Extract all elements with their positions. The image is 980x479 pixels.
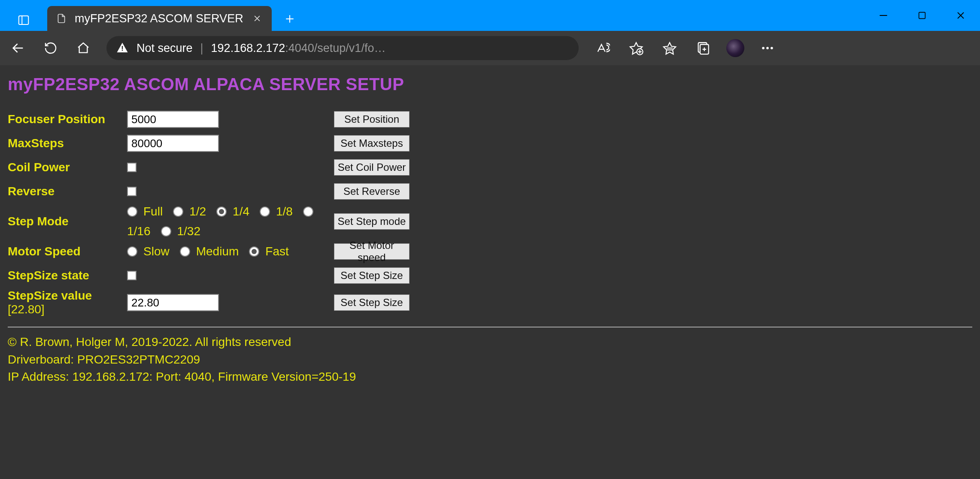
- set-stepsize-value-button[interactable]: Set Step Size: [334, 294, 410, 311]
- svg-point-26: [766, 47, 769, 49]
- set-reverse-button[interactable]: Set Reverse: [334, 183, 410, 200]
- page-title: myFP2ESP32 ASCOM ALPACA SERVER SETUP: [8, 75, 972, 94]
- svg-rect-11: [122, 46, 123, 49]
- step-mode-radio-18[interactable]: [260, 206, 270, 217]
- more-icon[interactable]: [757, 38, 778, 58]
- set-step-mode-button[interactable]: Set Step mode: [334, 213, 410, 230]
- svg-rect-0: [19, 16, 29, 24]
- step-mode-label-116: 1/16: [127, 224, 151, 238]
- row-step-mode: Step Mode Full1/21/41/81/161/32 Set Step…: [8, 205, 972, 238]
- label-motor-speed: Motor Speed: [8, 245, 127, 258]
- not-secure-label: Not secure: [137, 42, 193, 55]
- svg-point-27: [771, 47, 773, 49]
- step-mode-radio-14[interactable]: [216, 206, 227, 217]
- step-mode-label-14: 1/4: [233, 205, 249, 218]
- motor-speed-label-medium: Medium: [196, 245, 239, 258]
- read-aloud-icon[interactable]: [592, 38, 613, 58]
- step-mode-radio-132[interactable]: [161, 226, 171, 236]
- label-focuser-position: Focuser Position: [8, 112, 127, 126]
- address-bar[interactable]: Not secure | 192.168.2.172:4040/setup/v1…: [106, 36, 579, 60]
- titlebar: myFP2ESP32 ASCOM SERVER: [0, 0, 980, 31]
- browser-window: myFP2ESP32 ASCOM SERVER: [0, 0, 980, 479]
- separator: |: [200, 42, 203, 55]
- motor-speed-label-fast: Fast: [265, 245, 288, 258]
- set-stepsize-state-button[interactable]: Set Step Size: [334, 267, 410, 284]
- label-step-mode: Step Mode: [8, 215, 127, 228]
- label-coil-power: Coil Power: [8, 161, 127, 174]
- step-mode-radio-full[interactable]: [127, 206, 137, 217]
- label-stepsize-value: StepSize value [22.80]: [8, 289, 127, 316]
- favorite-icon[interactable]: [626, 38, 646, 58]
- step-mode-radio-12[interactable]: [173, 206, 183, 217]
- motor-speed-radio-slow[interactable]: [127, 246, 137, 257]
- step-mode-label-18: 1/8: [276, 205, 293, 218]
- url-rest: :4040/setup/v1/fo…: [285, 42, 385, 55]
- set-coil-power-button[interactable]: Set Coil Power: [334, 159, 410, 176]
- step-mode-label-12: 1/2: [189, 205, 206, 218]
- url-text: 192.168.2.172:4040/setup/v1/fo…: [211, 42, 386, 55]
- motor-speed-radio-medium[interactable]: [180, 246, 190, 257]
- label-reverse: Reverse: [8, 185, 127, 198]
- minimize-button[interactable]: [864, 0, 903, 31]
- step-mode-label-full: Full: [143, 205, 163, 218]
- profile-avatar[interactable]: [726, 39, 744, 57]
- browser-toolbar: Not secure | 192.168.2.172:4040/setup/v1…: [0, 31, 980, 65]
- maximize-button[interactable]: [903, 0, 941, 31]
- step-mode-label-132: 1/32: [177, 224, 201, 238]
- row-stepsize-state: StepSize state Set Step Size: [8, 265, 972, 286]
- favorites-list-icon[interactable]: [659, 38, 680, 58]
- label-stepsize-value-sub: [22.80]: [8, 303, 45, 316]
- home-button[interactable]: [74, 39, 93, 58]
- close-tab-icon[interactable]: [251, 12, 263, 24]
- checkbox-coil-power[interactable]: [127, 163, 137, 172]
- browser-tab[interactable]: myFP2ESP32 ASCOM SERVER: [47, 6, 272, 31]
- set-position-button[interactable]: Set Position: [334, 111, 410, 127]
- tab-actions-icon[interactable]: [9, 9, 39, 31]
- tab-title: myFP2ESP32 ASCOM SERVER: [75, 12, 243, 25]
- input-maxsteps[interactable]: [127, 135, 219, 152]
- step-mode-radio-116[interactable]: [303, 206, 313, 217]
- row-coil-power: Coil Power Set Coil Power: [8, 157, 972, 178]
- divider: [8, 327, 972, 327]
- page-icon: [56, 13, 67, 24]
- refresh-button[interactable]: [41, 39, 60, 58]
- footer-driverboard: Driverboard: PRO2ES32PTMC2209: [8, 351, 972, 369]
- input-focuser-position[interactable]: [127, 111, 219, 128]
- page-content: myFP2ESP32 ASCOM ALPACA SERVER SETUP Foc…: [0, 65, 980, 479]
- label-stepsize-state: StepSize state: [8, 269, 127, 282]
- close-window-button[interactable]: [941, 0, 980, 31]
- row-stepsize-value: StepSize value [22.80] Set Step Size: [8, 289, 972, 316]
- row-maxsteps: MaxSteps Set Maxsteps: [8, 133, 972, 154]
- label-stepsize-value-text: StepSize value: [8, 289, 92, 302]
- row-focuser-position: Focuser Position Set Position: [8, 109, 972, 130]
- warning-icon: [116, 42, 129, 55]
- set-motor-speed-button[interactable]: Set Motor speed: [334, 243, 410, 260]
- row-motor-speed: Motor Speed SlowMediumFast Set Motor spe…: [8, 241, 972, 262]
- svg-rect-12: [122, 50, 123, 51]
- input-stepsize-value[interactable]: [127, 294, 219, 311]
- set-maxsteps-button[interactable]: Set Maxsteps: [334, 135, 410, 152]
- motor-speed-label-slow: Slow: [143, 245, 170, 258]
- row-reverse: Reverse Set Reverse: [8, 181, 972, 202]
- svg-point-25: [762, 47, 765, 49]
- footer-ipinfo: IP Address: 192.168.2.172: Port: 4040, F…: [8, 368, 972, 386]
- svg-rect-7: [919, 12, 925, 19]
- motor-speed-radio-fast[interactable]: [249, 246, 259, 257]
- new-tab-button[interactable]: [278, 7, 302, 31]
- url-host: 192.168.2.172: [211, 42, 285, 55]
- footer-copyright: © R. Brown, Holger M, 2019-2022. All rig…: [8, 333, 972, 351]
- tab-strip: myFP2ESP32 ASCOM SERVER: [0, 0, 302, 31]
- checkbox-stepsize-state[interactable]: [127, 271, 137, 280]
- label-maxsteps: MaxSteps: [8, 136, 127, 150]
- collections-icon[interactable]: [693, 38, 713, 58]
- toolbar-right: [592, 38, 778, 58]
- checkbox-reverse[interactable]: [127, 187, 137, 196]
- back-button[interactable]: [9, 39, 27, 58]
- window-controls: [864, 0, 980, 31]
